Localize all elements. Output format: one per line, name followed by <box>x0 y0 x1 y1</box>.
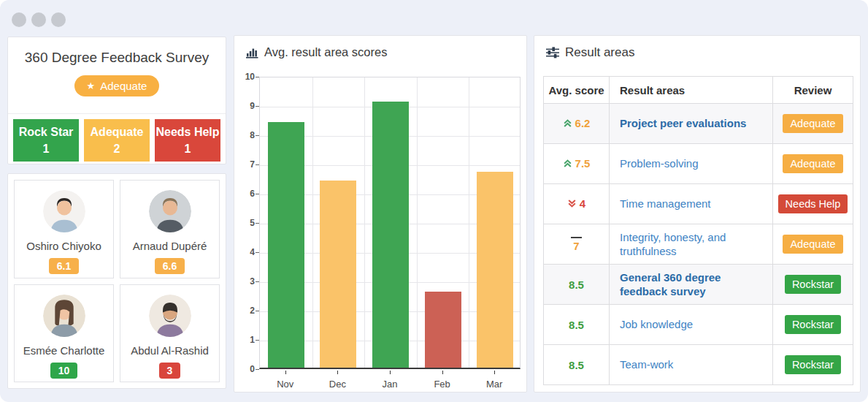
table-header-row: Avg. score Result areas Review <box>544 77 853 104</box>
x-tick-mark <box>390 371 391 374</box>
result-area-link[interactable]: Integrity, honesty, and truthfulness <box>620 231 726 258</box>
avg-score-cell: 7.5 <box>544 144 610 184</box>
y-tick-mark <box>256 252 259 253</box>
result-area-link[interactable]: General 360 degree feedback survey <box>620 271 721 298</box>
review-badge-rockstar[interactable]: Rockstar <box>785 315 841 334</box>
result-area-link[interactable]: Team-work <box>620 358 673 371</box>
gridline-v <box>469 77 469 368</box>
review-badge-adequate[interactable]: Adequate <box>783 154 842 173</box>
bar-nov[interactable] <box>268 122 304 368</box>
y-tick-mark <box>256 369 259 370</box>
bar-mar[interactable] <box>477 172 513 368</box>
table-row-integrity-honesty-and-truthfulness[interactable]: 7Integrity, honesty, and truthfulnessAde… <box>544 224 853 265</box>
table-row-team-work[interactable]: 8.5Team-workRockstar <box>544 345 853 385</box>
table-row-project-peer-evaluations[interactable]: 6.2Project peer evaluationsAdequate <box>544 104 853 144</box>
result-area-link[interactable]: Problem-solving <box>620 157 699 170</box>
review-cell: Rockstar <box>773 265 853 305</box>
avatar <box>43 295 85 337</box>
overall-review-badge[interactable]: ★ Adequate <box>74 75 160 96</box>
score-number: 4 <box>580 197 585 210</box>
x-tick-label: Dec <box>312 379 364 390</box>
header-avg-score[interactable]: Avg. score <box>544 77 610 104</box>
table-row-problem-solving[interactable]: 7.5Problem-solvingAdequate <box>544 144 853 184</box>
chevron-double-up-icon <box>563 118 572 128</box>
bar-jan[interactable] <box>372 102 409 368</box>
stat-box-needs-help[interactable]: Needs Help1 <box>155 119 220 162</box>
stat-label: Rock Star <box>19 124 74 140</box>
y-tick-label: 5 <box>236 218 255 228</box>
score-number: 8.5 <box>569 278 584 291</box>
member-score-badge: 3 <box>159 363 181 379</box>
review-badge-rockstar[interactable]: Rockstar <box>785 355 841 374</box>
review-cell: Adequate <box>773 224 853 265</box>
member-name: Esmée Charlotte <box>15 344 113 357</box>
window-dot[interactable] <box>12 12 26 27</box>
result-area-cell: Integrity, honesty, and truthfulness <box>610 224 773 265</box>
review-badge-adequate[interactable]: Adequate <box>783 235 842 254</box>
result-area-link[interactable]: Job knowledge <box>620 318 693 330</box>
member-name: Arnaud Dupéré <box>120 240 219 252</box>
stat-count: 1 <box>185 140 191 157</box>
chart-title: Avg. result area scores <box>264 45 387 59</box>
member-card-oshiro-chiyoko[interactable]: Oshiro Chiyoko6.1 <box>14 180 114 278</box>
x-tick-mark <box>442 371 443 374</box>
stat-label: Adequate <box>91 124 144 140</box>
member-name: Oshiro Chiyoko <box>15 240 113 252</box>
member-card-esm-e-charlotte[interactable]: Esmée Charlotte10 <box>14 284 114 383</box>
stat-count: 2 <box>114 140 120 157</box>
table-row-general-360-degree-feedback-survey[interactable]: 8.5General 360 degree feedback surveyRoc… <box>544 265 853 305</box>
avg-score-value: 8.5 <box>569 278 584 291</box>
no-change-overline-score: 7 <box>571 237 581 252</box>
result-area-cell: Team-work <box>610 345 773 385</box>
chart-header: Avg. result area scores <box>246 45 387 59</box>
y-tick-mark <box>256 194 259 194</box>
x-tick-label: Jan <box>364 379 416 390</box>
member-score-badge: 6.1 <box>49 258 79 274</box>
sliders-icon <box>546 47 559 58</box>
result-area-cell: General 360 degree feedback survey <box>610 265 773 305</box>
gridline-v <box>312 77 313 368</box>
stat-count: 1 <box>43 140 50 157</box>
bar-dec[interactable] <box>320 181 356 368</box>
result-areas-table: Avg. score Result areas Review 6.2Projec… <box>543 76 853 385</box>
avg-score-cell: 8.5 <box>544 265 610 305</box>
avatar <box>43 190 85 232</box>
member-score-badge: 10 <box>50 363 78 379</box>
result-area-cell: Problem-solving <box>610 144 773 184</box>
result-area-link[interactable]: Time management <box>620 197 711 210</box>
y-tick-label: 9 <box>236 101 255 111</box>
overall-review-label: Adequate <box>100 80 147 92</box>
member-name: Abdul Al-Rashid <box>120 344 219 357</box>
header-review[interactable]: Review <box>773 77 853 104</box>
header-result-areas[interactable]: Result areas <box>610 77 773 104</box>
score-number: 6.2 <box>575 117 591 129</box>
review-cell: Rockstar <box>773 345 853 385</box>
avg-score-cell: 8.5 <box>544 345 610 385</box>
window-dot[interactable] <box>51 12 66 27</box>
x-tick-label: Nov <box>259 379 312 390</box>
table-row-time-management[interactable]: 4Time managementNeeds Help <box>544 184 853 224</box>
avg-score-value: 8.5 <box>569 319 584 331</box>
y-tick-label: 6 <box>236 189 255 199</box>
bar-feb[interactable] <box>425 292 461 368</box>
review-badge-rockstar[interactable]: Rockstar <box>785 275 841 294</box>
avatar <box>149 295 191 337</box>
y-tick-mark <box>256 281 259 282</box>
star-icon: ★ <box>87 80 96 91</box>
y-tick-label: 3 <box>236 276 255 287</box>
table-row-job-knowledge[interactable]: 8.5Job knowledgeRockstar <box>544 305 853 345</box>
member-card-arnaud-dup-r[interactable]: Arnaud Dupéré6.6 <box>120 180 220 278</box>
x-tick-label: Mar <box>468 379 521 390</box>
window-dot[interactable] <box>31 12 46 27</box>
y-tick-label: 2 <box>236 306 255 316</box>
avg-score-value: 7 <box>571 237 581 252</box>
stat-box-rock-star[interactable]: Rock Star1 <box>13 119 79 162</box>
review-badge-adequate[interactable]: Adequate <box>783 114 842 133</box>
review-badge-needs-help[interactable]: Needs Help <box>778 194 848 213</box>
chart-card: Avg. result area scores 012345678910NovD… <box>234 35 527 392</box>
stat-label: Needs Help <box>155 124 219 140</box>
stat-box-adequate[interactable]: Adequate2 <box>84 119 150 162</box>
review-cell: Adequate <box>773 144 853 184</box>
result-area-link[interactable]: Project peer evaluations <box>620 117 746 129</box>
member-card-abdul-al-rashid[interactable]: Abdul Al-Rashid3 <box>120 284 220 383</box>
